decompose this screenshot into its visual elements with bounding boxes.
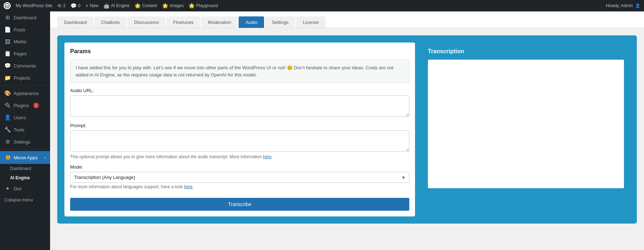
users-icon: 👤 bbox=[4, 114, 11, 121]
playground-link[interactable]: 🌟 Playground bbox=[189, 3, 218, 9]
revisions-count: 2 bbox=[63, 3, 65, 8]
dashboard-icon: ⊞ bbox=[4, 14, 11, 21]
ai-engine-icon: 🤖 bbox=[103, 3, 109, 9]
comments-icon: 💬 bbox=[70, 3, 77, 9]
content-icon: 🌟 bbox=[135, 3, 141, 9]
sidebar-item-plugins-label: Plugins bbox=[14, 103, 29, 108]
prompt-group: Prompt: This optional prompt allows you … bbox=[70, 123, 409, 159]
wp-logo-link[interactable]: W bbox=[4, 2, 11, 9]
admin-bar-left: W My WordPress Site ⟲ 2 💬 0 + New 🤖 AI E… bbox=[4, 2, 600, 9]
sidebar-separator-2 bbox=[0, 149, 50, 150]
prompt-input[interactable] bbox=[70, 130, 409, 152]
projects-icon: 📁 bbox=[4, 75, 11, 81]
tab-discussions[interactable]: Discussions bbox=[127, 16, 166, 28]
sidebar-item-appearance-label: Appearance bbox=[14, 91, 39, 96]
mode-group: Mode: Transcription (Any Language) Trans… bbox=[70, 164, 409, 189]
content-area: Params I have added this for you to play… bbox=[50, 28, 644, 231]
site-name: My WordPress Site bbox=[16, 3, 52, 8]
sidebar-item-plugins[interactable]: 🔌 Plugins 1 bbox=[0, 99, 50, 111]
revisions-link[interactable]: ⟲ 2 bbox=[57, 3, 65, 9]
meow-apps-chevron: ‹ bbox=[44, 155, 46, 160]
tab-finetunes[interactable]: Finetunes bbox=[166, 16, 200, 28]
mode-select[interactable]: Transcription (Any Language) Translation… bbox=[70, 172, 409, 183]
plugins-badge: 1 bbox=[33, 102, 39, 108]
tab-dashboard[interactable]: Dashboard bbox=[57, 16, 94, 28]
mode-label: Mode: bbox=[70, 164, 409, 170]
images-link[interactable]: 🌟 Images bbox=[162, 3, 184, 9]
mode-hint-link[interactable]: here bbox=[184, 184, 192, 189]
sidebar-item-posts[interactable]: 📄 Posts bbox=[0, 24, 50, 36]
transcribe-button[interactable]: Transcribe bbox=[70, 198, 409, 211]
sidebar-item-meow-apps-label: Meow Apps bbox=[14, 155, 38, 160]
prompt-hint-link[interactable]: here bbox=[263, 154, 272, 159]
pages-icon: 📋 bbox=[4, 50, 11, 57]
ai-engine-link[interactable]: 🤖 AI Engine bbox=[103, 3, 130, 9]
playground-icon: 🌟 bbox=[189, 3, 195, 9]
tab-license[interactable]: License bbox=[296, 16, 326, 28]
tab-moderation[interactable]: Moderation bbox=[201, 16, 238, 28]
comments-link[interactable]: 💬 0 bbox=[70, 3, 80, 9]
sidebar-item-pages-label: Pages bbox=[14, 51, 27, 56]
sidebar-item-tools-label: Tools bbox=[14, 127, 24, 132]
images-label: Images bbox=[170, 3, 184, 8]
sidebar-sub-ai-engine-label: AI Engine bbox=[10, 175, 30, 180]
collapse-menu[interactable]: Collapse menu bbox=[0, 195, 50, 205]
sidebar-sub-dashboard-label: Dashboard bbox=[10, 166, 31, 171]
sidebar-item-appearance[interactable]: 🎨 Appearance bbox=[0, 87, 50, 99]
sidebar-item-comments-label: Comments bbox=[14, 63, 36, 69]
sidebar-item-media[interactable]: 🖼 Media bbox=[0, 36, 50, 48]
svg-text:W: W bbox=[6, 4, 9, 8]
meow-apps-icon: 🐱 bbox=[4, 154, 11, 161]
content-link[interactable]: 🌟 Content bbox=[135, 3, 157, 9]
sidebar-item-settings-label: Settings bbox=[14, 139, 30, 145]
sidebar-separator-1 bbox=[0, 85, 50, 86]
sidebar-item-divi[interactable]: ✦ Divi bbox=[0, 182, 50, 195]
tools-icon: 🔧 bbox=[4, 126, 11, 133]
sidebar: ⊞ Dashboard 📄 Posts 🖼 Media 📋 Pages 💬 Co… bbox=[0, 11, 50, 250]
sidebar-sub-item-ai-engine[interactable]: AI Engine bbox=[0, 173, 50, 182]
sidebar-item-settings[interactable]: ⚙ Settings bbox=[0, 136, 50, 148]
site-name-link[interactable]: My WordPress Site bbox=[16, 3, 52, 8]
transcription-box bbox=[428, 60, 624, 188]
wp-logo: W bbox=[4, 2, 11, 9]
divi-icon: ✦ bbox=[4, 185, 11, 192]
new-link[interactable]: + New bbox=[86, 3, 98, 9]
revisions-icon: ⟲ bbox=[57, 3, 62, 9]
tabs-bar: Dashboard Chatbots Discussions Finetunes… bbox=[50, 11, 644, 28]
new-label: New bbox=[90, 3, 98, 8]
sidebar-item-dashboard-label: Dashboard bbox=[14, 15, 36, 20]
sidebar-item-projects[interactable]: 📁 Projects bbox=[0, 72, 50, 84]
sidebar-item-media-label: Media bbox=[14, 39, 26, 44]
transcription-title: Transcription bbox=[428, 48, 624, 55]
images-icon: 🌟 bbox=[162, 3, 168, 9]
sidebar-item-meow-apps[interactable]: 🐱 Meow Apps ‹ bbox=[0, 151, 50, 164]
sidebar-sub-item-dashboard[interactable]: Dashboard bbox=[0, 164, 50, 173]
tab-chatbots[interactable]: Chatbots bbox=[94, 16, 127, 28]
sidebar-item-tools[interactable]: 🔧 Tools bbox=[0, 124, 50, 136]
transcription-section: Transcription bbox=[422, 42, 630, 216]
media-icon: 🖼 bbox=[4, 39, 11, 45]
params-title: Params bbox=[70, 48, 409, 55]
howdy-text: Howdy, Admin bbox=[606, 3, 633, 8]
tab-audio[interactable]: Audio bbox=[239, 16, 264, 28]
sidebar-item-divi-label: Divi bbox=[14, 186, 21, 191]
info-text: I have added this for you to play with. … bbox=[75, 65, 393, 78]
audio-url-group: Audio URL: bbox=[70, 88, 409, 118]
blue-panel: Params I have added this for you to play… bbox=[57, 35, 637, 224]
info-box: I have added this for you to play with. … bbox=[70, 60, 409, 83]
comments-count: 0 bbox=[78, 3, 80, 8]
sidebar-item-posts-label: Posts bbox=[14, 27, 25, 32]
audio-url-label: Audio URL: bbox=[70, 88, 409, 93]
audio-url-input[interactable] bbox=[70, 95, 409, 117]
mode-select-wrapper: Transcription (Any Language) Translation… bbox=[70, 172, 409, 183]
prompt-label: Prompt: bbox=[70, 123, 409, 128]
tab-settings[interactable]: Settings bbox=[265, 16, 295, 28]
layout: ⊞ Dashboard 📄 Posts 🖼 Media 📋 Pages 💬 Co… bbox=[0, 11, 644, 250]
settings-icon: ⚙ bbox=[4, 139, 11, 145]
appearance-icon: 🎨 bbox=[4, 90, 11, 96]
sidebar-item-users[interactable]: 👤 Users bbox=[0, 111, 50, 124]
sidebar-item-comments[interactable]: 💬 Comments bbox=[0, 60, 50, 72]
sidebar-item-dashboard[interactable]: ⊞ Dashboard bbox=[0, 11, 50, 24]
mode-hint: For more information about languages sup… bbox=[70, 184, 409, 189]
sidebar-item-pages[interactable]: 📋 Pages bbox=[0, 48, 50, 60]
